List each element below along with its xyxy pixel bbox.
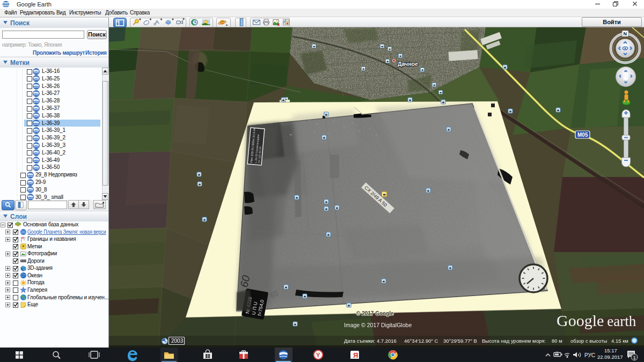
svg-text:46°34'12.90" С: 46°34'12.90" С	[404, 338, 438, 344]
svg-text:N: N	[624, 31, 627, 36]
svg-text:Googleearth: Googleearth	[557, 312, 636, 329]
svg-text:Дачное: Дачное	[398, 61, 418, 67]
svg-text:Image © 2017 DigitalGlobe: Image © 2017 DigitalGlobe	[344, 322, 412, 328]
svg-text:22.09.2017: 22.09.2017	[597, 354, 623, 360]
svg-text:60: 60	[238, 274, 252, 288]
svg-text:2003: 2003	[171, 338, 184, 344]
svg-text:РУС: РУС	[584, 352, 595, 358]
svg-text:Высота над уровнем моря:: Высота над уровнем моря:	[482, 338, 546, 344]
svg-text:Я: Я	[353, 351, 358, 359]
svg-text:4.15 км: 4.15 км	[611, 338, 628, 344]
svg-text:15:17: 15:17	[604, 348, 617, 353]
svg-text:1: 1	[633, 355, 636, 360]
svg-text:Дата съемки: 4.7.2016: Дата съемки: 4.7.2016	[344, 338, 397, 344]
svg-text:M05: M05	[577, 132, 588, 138]
svg-text:80 м: 80 м	[552, 338, 562, 344]
svg-text:30°29'59.77" В: 30°29'59.77" В	[443, 338, 477, 344]
svg-text:обзор с высоты: обзор с высоты	[570, 338, 608, 344]
svg-text:© 2017 Google: © 2017 Google	[356, 311, 394, 316]
svg-text:Y: Y	[316, 352, 320, 358]
